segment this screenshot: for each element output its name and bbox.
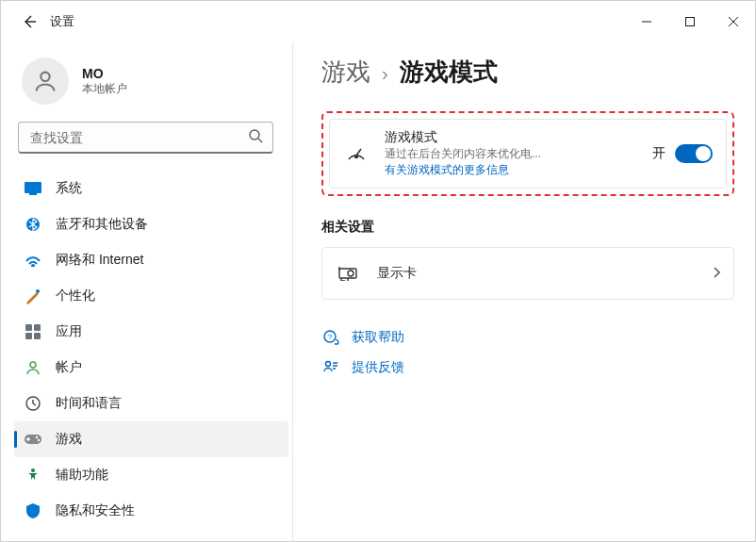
svg-rect-8 (29, 193, 37, 195)
give-feedback-link[interactable]: 提供反馈 (321, 353, 734, 383)
maximize-button[interactable] (668, 7, 712, 37)
window-controls (625, 7, 755, 37)
game-mode-title: 游戏模式 (385, 129, 652, 146)
svg-point-16 (30, 362, 36, 368)
sidebar-item-accessibility[interactable]: 辅助功能 (14, 457, 288, 493)
svg-rect-12 (25, 324, 32, 331)
related-settings-heading: 相关设置 (321, 219, 734, 236)
svg-point-5 (250, 130, 259, 140)
person-icon (32, 68, 58, 94)
svg-rect-1 (686, 18, 695, 26)
network-icon (24, 251, 42, 270)
chevron-right-icon: › (382, 63, 388, 85)
account-block[interactable]: MO 本地帐户 (14, 42, 292, 122)
graphics-card-icon (336, 260, 362, 287)
minimize-icon (642, 17, 651, 26)
maximize-icon (685, 17, 695, 26)
page-title: 游戏模式 (400, 56, 498, 89)
get-help-link[interactable]: ? 获取帮助 (321, 322, 734, 353)
sidebar-item-label: 时间和语言 (56, 395, 122, 412)
sidebar-item-privacy[interactable]: 隐私和安全性 (14, 493, 288, 529)
game-mode-desc: 通过在后台关闭内容来优化电... (385, 146, 592, 162)
back-button[interactable] (20, 12, 39, 31)
sidebar-item-bluetooth[interactable]: 蓝牙和其他设备 (14, 206, 288, 242)
svg-point-22 (355, 156, 358, 158)
app-title: 设置 (50, 13, 74, 30)
sidebar-item-system[interactable]: 系统 (14, 171, 288, 206)
svg-point-4 (41, 73, 49, 81)
speedometer-icon (343, 140, 370, 167)
svg-point-24 (348, 271, 353, 276)
sidebar-item-time-language[interactable]: 时间和语言 (14, 386, 288, 421)
privacy-icon (24, 501, 42, 520)
search-box[interactable] (18, 122, 273, 154)
sidebar: MO 本地帐户 系统 蓝牙和其他设备 网络和 Internet (1, 42, 293, 541)
highlighted-region: 游戏模式 通过在后台关闭内容来优化电... 有关游戏模式的更多信息 开 (321, 111, 734, 196)
sidebar-item-apps[interactable]: 应用 (14, 314, 288, 350)
svg-point-21 (31, 468, 35, 472)
feedback-icon (321, 358, 340, 377)
sidebar-item-accounts[interactable]: 帐户 (14, 350, 288, 386)
close-icon (729, 17, 738, 26)
related-item-graphics[interactable]: 显示卡 (321, 247, 734, 300)
back-arrow-icon (22, 14, 37, 29)
svg-point-11 (36, 289, 40, 293)
get-help-label: 获取帮助 (352, 329, 404, 346)
personalize-icon (24, 287, 42, 305)
sidebar-item-label: 应用 (56, 323, 82, 340)
chevron-right-icon (713, 266, 720, 281)
sidebar-item-gaming[interactable]: 游戏 (14, 421, 288, 457)
sidebar-item-label: 网络和 Internet (56, 252, 143, 269)
game-mode-toggle[interactable] (675, 144, 713, 163)
nav: 系统 蓝牙和其他设备 网络和 Internet 个性化 应用 帐户 (14, 171, 292, 541)
title-bar: 设置 (1, 1, 755, 42)
search-icon (248, 128, 263, 146)
svg-point-20 (38, 439, 40, 441)
sidebar-item-label: 隐私和安全性 (56, 502, 135, 519)
sidebar-item-label: 辅助功能 (56, 467, 108, 484)
toggle-state-label: 开 (652, 145, 666, 162)
help-icon: ? (321, 328, 340, 347)
sidebar-item-label: 系统 (56, 180, 82, 197)
accessibility-icon (24, 466, 42, 485)
sidebar-item-personalization[interactable]: 个性化 (14, 278, 288, 314)
svg-rect-7 (25, 182, 41, 193)
give-feedback-label: 提供反馈 (352, 359, 404, 376)
game-mode-card: 游戏模式 通过在后台关闭内容来优化电... 有关游戏模式的更多信息 开 (329, 119, 727, 189)
svg-rect-15 (34, 333, 41, 339)
search-input[interactable] (28, 129, 248, 146)
breadcrumb-root[interactable]: 游戏 (321, 56, 370, 89)
account-name: MO (82, 66, 127, 81)
svg-point-19 (36, 436, 38, 438)
sidebar-item-label: 帐户 (56, 359, 82, 376)
sidebar-item-label: 游戏 (56, 431, 82, 448)
related-item-label: 显示卡 (377, 265, 417, 282)
accounts-icon (24, 358, 42, 377)
sidebar-item-network[interactable]: 网络和 Internet (14, 242, 288, 278)
game-mode-more-info-link[interactable]: 有关游戏模式的更多信息 (385, 162, 652, 178)
main-panel: 游戏 › 游戏模式 游戏模式 通过在后台关闭内容来优化电... 有关游戏模式的更… (293, 42, 755, 541)
system-icon (24, 179, 42, 198)
svg-rect-14 (25, 333, 32, 339)
close-button[interactable] (712, 7, 755, 37)
svg-line-6 (258, 139, 262, 142)
bluetooth-icon (24, 215, 42, 234)
apps-icon (24, 322, 42, 341)
sidebar-item-label: 蓝牙和其他设备 (56, 216, 148, 233)
avatar (22, 57, 69, 105)
time-icon (24, 394, 42, 413)
svg-point-27 (326, 362, 331, 367)
account-type: 本地帐户 (82, 81, 127, 97)
sidebar-item-label: 个性化 (56, 287, 95, 304)
breadcrumb: 游戏 › 游戏模式 (321, 56, 734, 89)
svg-point-10 (32, 265, 34, 267)
svg-text:?: ? (328, 333, 333, 341)
gaming-icon (24, 430, 42, 449)
svg-rect-13 (34, 324, 41, 331)
minimize-button[interactable] (625, 7, 668, 37)
